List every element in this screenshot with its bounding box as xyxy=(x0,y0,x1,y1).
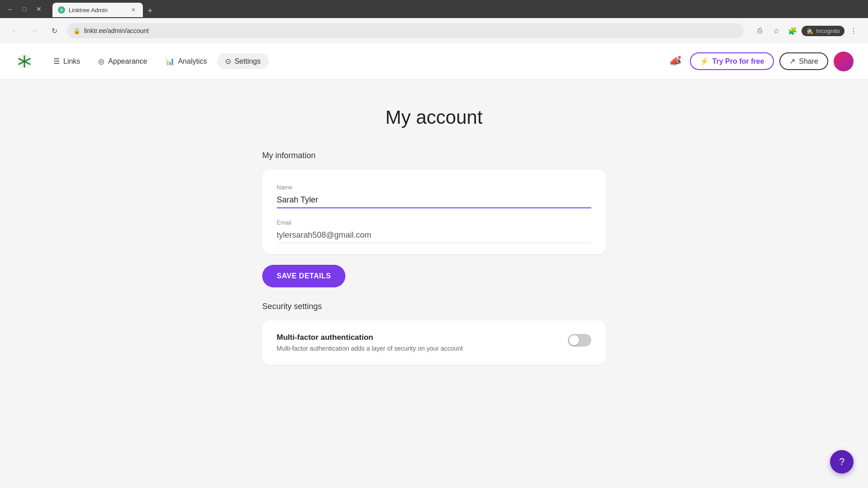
window-controls: – □ ✕ xyxy=(4,3,45,15)
tab-title: Linktree Admin xyxy=(69,7,108,14)
close-window-button[interactable]: ✕ xyxy=(33,3,45,15)
mfa-title: Multi-factor authentication xyxy=(277,333,463,342)
nav-actions: 📣 ⚡ Try Pro for free ↗ Share xyxy=(666,52,854,71)
lightning-icon: ⚡ xyxy=(700,57,709,66)
back-button[interactable]: ← xyxy=(7,23,22,38)
save-details-button[interactable]: Save details xyxy=(262,265,345,287)
extensions-icon[interactable]: 🧩 xyxy=(785,23,800,38)
name-field: Name xyxy=(277,184,591,208)
notification-button[interactable]: 📣 xyxy=(666,52,684,70)
browser-addressbar: ← → ↻ 🔒 linktr.ee/admin/account ⎙ ☆ 🧩 🕵 … xyxy=(0,18,868,43)
my-information-card: Name Email xyxy=(262,169,606,254)
bookmark-icon[interactable]: ☆ xyxy=(769,23,783,38)
email-field-container: Email xyxy=(277,219,591,243)
maximize-button[interactable]: □ xyxy=(18,3,31,15)
menu-button[interactable]: ⋮ xyxy=(846,23,861,38)
new-tab-button[interactable]: + xyxy=(144,5,156,17)
top-nav: ☰ Links ◎ Appearance 📊 Analytics ⊙ Setti… xyxy=(0,43,868,80)
nav-link-settings[interactable]: ⊙ Settings xyxy=(217,53,269,69)
notification-dot xyxy=(677,55,682,60)
nav-link-analytics-label: Analytics xyxy=(178,57,207,66)
reload-button[interactable]: ↻ xyxy=(47,23,61,38)
security-section: Security settings Multi-factor authentic… xyxy=(262,302,606,365)
analytics-nav-icon: 📊 xyxy=(165,57,175,66)
nav-logo[interactable] xyxy=(14,52,34,71)
mfa-description: Multi-factor authentication adds a layer… xyxy=(277,345,463,352)
nav-links: ☰ Links ◎ Appearance 📊 Analytics ⊙ Setti… xyxy=(45,53,666,69)
incognito-badge: 🕵 Incognito xyxy=(802,26,844,36)
mfa-row: Multi-factor authentication Multi-factor… xyxy=(277,333,591,352)
my-information-section-label: My information xyxy=(262,151,606,160)
links-nav-icon: ☰ xyxy=(53,57,60,66)
nav-link-links[interactable]: ☰ Links xyxy=(45,53,88,69)
linktree-logo-icon xyxy=(16,53,33,70)
security-section-label: Security settings xyxy=(262,302,606,311)
forward-button[interactable]: → xyxy=(27,23,42,38)
appearance-nav-icon: ◎ xyxy=(98,57,104,66)
try-pro-label: Try Pro for free xyxy=(712,57,764,66)
tab-favicon: ✳ xyxy=(58,6,65,14)
app-container: ☰ Links ◎ Appearance 📊 Analytics ⊙ Setti… xyxy=(0,43,868,477)
share-label: Share xyxy=(799,57,818,66)
nav-link-appearance-label: Appearance xyxy=(108,57,147,66)
settings-nav-icon: ⊙ xyxy=(225,57,231,66)
share-icon: ↗ xyxy=(789,57,795,66)
email-input[interactable] xyxy=(277,228,591,243)
incognito-label: Incognito xyxy=(816,28,840,34)
active-tab[interactable]: ✳ Linktree Admin ✕ xyxy=(52,3,143,17)
address-text: linktr.ee/admin/account xyxy=(84,27,737,34)
help-button[interactable]: ? xyxy=(830,450,854,474)
share-button[interactable]: ↗ Share xyxy=(779,52,828,70)
mfa-toggle[interactable] xyxy=(568,334,591,347)
email-label: Email xyxy=(277,219,591,226)
browser-actions: ⎙ ☆ 🧩 🕵 Incognito ⋮ xyxy=(753,23,861,38)
cast-icon[interactable]: ⎙ xyxy=(753,23,767,38)
security-card: Multi-factor authentication Multi-factor… xyxy=(262,320,606,365)
name-label: Name xyxy=(277,184,591,191)
user-avatar[interactable] xyxy=(834,52,854,71)
page-content: My account My information Name Email Sav… xyxy=(253,80,615,392)
browser-titlebar: – □ ✕ ✳ Linktree Admin ✕ + xyxy=(0,0,868,18)
nav-link-analytics[interactable]: 📊 Analytics xyxy=(157,53,215,69)
toggle-knob xyxy=(569,335,579,345)
address-bar[interactable]: 🔒 linktr.ee/admin/account xyxy=(67,23,744,38)
minimize-button[interactable]: – xyxy=(4,3,16,15)
mfa-info: Multi-factor authentication Multi-factor… xyxy=(277,333,463,352)
tab-bar: ✳ Linktree Admin ✕ + xyxy=(49,1,160,17)
incognito-icon: 🕵 xyxy=(806,28,813,34)
browser-chrome: – □ ✕ ✳ Linktree Admin ✕ + ← → ↻ 🔒 linkt… xyxy=(0,0,868,43)
try-pro-button[interactable]: ⚡ Try Pro for free xyxy=(690,52,774,70)
nav-link-settings-label: Settings xyxy=(235,57,261,66)
tab-close-button[interactable]: ✕ xyxy=(129,6,137,14)
lock-icon: 🔒 xyxy=(73,28,80,34)
page-title: My account xyxy=(262,107,606,128)
nav-link-links-label: Links xyxy=(63,57,80,66)
name-input[interactable] xyxy=(277,192,591,208)
nav-link-appearance[interactable]: ◎ Appearance xyxy=(90,53,155,69)
